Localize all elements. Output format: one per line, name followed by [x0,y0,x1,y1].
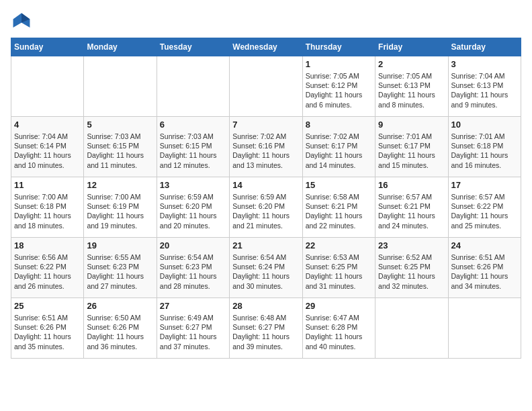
calendar-cell: 29Sunrise: 6:47 AM Sunset: 6:28 PM Dayli… [302,298,375,359]
calendar-cell: 28Sunrise: 6:48 AM Sunset: 6:27 PM Dayli… [230,298,302,359]
day-number: 16 [378,180,445,190]
day-info: Sunrise: 6:58 AM Sunset: 6:21 PM Dayligh… [306,192,372,230]
day-number: 20 [160,240,226,250]
day-number: 29 [306,301,372,311]
day-number: 6 [160,120,226,130]
day-number: 5 [87,120,153,130]
calendar-cell: 18Sunrise: 6:56 AM Sunset: 6:22 PM Dayli… [11,238,84,298]
day-number: 2 [378,59,445,69]
calendar-cell [375,298,448,359]
day-number: 3 [451,59,518,69]
day-info: Sunrise: 6:54 AM Sunset: 6:23 PM Dayligh… [160,253,226,291]
calendar-cell: 5Sunrise: 7:03 AM Sunset: 6:15 PM Daylig… [84,117,157,177]
calendar-cell: 21Sunrise: 6:54 AM Sunset: 6:24 PM Dayli… [230,238,302,298]
page-header [11,11,521,32]
day-info: Sunrise: 6:55 AM Sunset: 6:23 PM Dayligh… [87,253,153,291]
calendar-header-row: SundayMondayTuesdayWednesdayThursdayFrid… [11,38,521,56]
day-number: 27 [160,301,226,311]
column-header-thursday: Thursday [302,38,375,56]
column-header-sunday: Sunday [11,38,84,56]
day-info: Sunrise: 6:53 AM Sunset: 6:25 PM Dayligh… [306,253,372,291]
calendar-cell: 10Sunrise: 7:01 AM Sunset: 6:18 PM Dayli… [448,117,521,177]
day-info: Sunrise: 6:59 AM Sunset: 6:20 PM Dayligh… [160,192,226,230]
day-info: Sunrise: 7:04 AM Sunset: 6:14 PM Dayligh… [14,132,81,170]
day-info: Sunrise: 7:00 AM Sunset: 6:19 PM Dayligh… [87,192,153,230]
day-number: 19 [87,240,153,250]
day-number: 10 [451,120,518,130]
calendar-cell: 14Sunrise: 6:59 AM Sunset: 6:20 PM Dayli… [230,177,302,238]
day-info: Sunrise: 6:57 AM Sunset: 6:22 PM Dayligh… [451,192,518,230]
day-info: Sunrise: 7:03 AM Sunset: 6:15 PM Dayligh… [87,132,153,170]
calendar-cell: 3Sunrise: 7:04 AM Sunset: 6:13 PM Daylig… [448,56,521,117]
calendar-cell: 26Sunrise: 6:50 AM Sunset: 6:26 PM Dayli… [84,298,157,359]
calendar-cell: 24Sunrise: 6:51 AM Sunset: 6:26 PM Dayli… [448,238,521,298]
day-number: 23 [378,240,445,250]
day-info: Sunrise: 7:05 AM Sunset: 6:12 PM Dayligh… [306,71,372,109]
day-number: 11 [14,180,81,190]
calendar-cell: 20Sunrise: 6:54 AM Sunset: 6:23 PM Dayli… [157,238,229,298]
calendar-cell [84,56,157,117]
day-number: 15 [306,180,372,190]
calendar-cell: 9Sunrise: 7:01 AM Sunset: 6:17 PM Daylig… [375,117,448,177]
day-info: Sunrise: 6:52 AM Sunset: 6:25 PM Dayligh… [378,253,445,291]
day-info: Sunrise: 6:48 AM Sunset: 6:27 PM Dayligh… [232,313,299,351]
calendar-cell: 2Sunrise: 7:05 AM Sunset: 6:13 PM Daylig… [375,56,448,117]
calendar-body: 1Sunrise: 7:05 AM Sunset: 6:12 PM Daylig… [11,56,521,359]
calendar-cell: 8Sunrise: 7:02 AM Sunset: 6:17 PM Daylig… [302,117,375,177]
calendar-week-row: 18Sunrise: 6:56 AM Sunset: 6:22 PM Dayli… [11,238,521,298]
day-info: Sunrise: 7:01 AM Sunset: 6:18 PM Dayligh… [451,132,518,170]
calendar-cell [11,56,84,117]
day-info: Sunrise: 6:51 AM Sunset: 6:26 PM Dayligh… [14,313,81,351]
calendar-cell: 16Sunrise: 6:57 AM Sunset: 6:21 PM Dayli… [375,177,448,238]
calendar-cell: 4Sunrise: 7:04 AM Sunset: 6:14 PM Daylig… [11,117,84,177]
day-number: 21 [232,240,299,250]
calendar-week-row: 11Sunrise: 7:00 AM Sunset: 6:18 PM Dayli… [11,177,521,238]
calendar-week-row: 1Sunrise: 7:05 AM Sunset: 6:12 PM Daylig… [11,56,521,117]
day-number: 18 [14,240,81,250]
day-number: 22 [306,240,372,250]
day-number: 28 [232,301,299,311]
day-number: 8 [306,120,372,130]
calendar-table: SundayMondayTuesdayWednesdayThursdayFrid… [11,38,521,359]
day-info: Sunrise: 7:00 AM Sunset: 6:18 PM Dayligh… [14,192,81,230]
calendar-cell: 13Sunrise: 6:59 AM Sunset: 6:20 PM Dayli… [157,177,229,238]
day-info: Sunrise: 6:54 AM Sunset: 6:24 PM Dayligh… [232,253,299,291]
calendar-cell: 19Sunrise: 6:55 AM Sunset: 6:23 PM Dayli… [84,238,157,298]
day-info: Sunrise: 6:51 AM Sunset: 6:26 PM Dayligh… [451,253,518,291]
calendar-cell [448,298,521,359]
calendar-week-row: 25Sunrise: 6:51 AM Sunset: 6:26 PM Dayli… [11,298,521,359]
day-info: Sunrise: 6:50 AM Sunset: 6:26 PM Dayligh… [87,313,153,351]
day-number: 7 [232,120,299,130]
column-header-friday: Friday [375,38,448,56]
day-number: 17 [451,180,518,190]
calendar-cell: 15Sunrise: 6:58 AM Sunset: 6:21 PM Dayli… [302,177,375,238]
calendar-cell [157,56,229,117]
day-info: Sunrise: 7:04 AM Sunset: 6:13 PM Dayligh… [451,71,518,109]
day-number: 14 [232,180,299,190]
column-header-monday: Monday [84,38,157,56]
logo [11,11,36,32]
calendar-cell: 6Sunrise: 7:03 AM Sunset: 6:15 PM Daylig… [157,117,229,177]
calendar-week-row: 4Sunrise: 7:04 AM Sunset: 6:14 PM Daylig… [11,117,521,177]
calendar-cell: 22Sunrise: 6:53 AM Sunset: 6:25 PM Dayli… [302,238,375,298]
logo-icon [11,11,32,32]
day-info: Sunrise: 7:01 AM Sunset: 6:17 PM Dayligh… [378,132,445,170]
calendar-cell [230,56,302,117]
day-number: 9 [378,120,445,130]
day-number: 13 [160,180,226,190]
day-number: 4 [14,120,81,130]
day-number: 1 [306,59,372,69]
day-number: 24 [451,240,518,250]
day-info: Sunrise: 6:57 AM Sunset: 6:21 PM Dayligh… [378,192,445,230]
column-header-tuesday: Tuesday [157,38,229,56]
day-info: Sunrise: 6:56 AM Sunset: 6:22 PM Dayligh… [14,253,81,291]
column-header-saturday: Saturday [448,38,521,56]
day-info: Sunrise: 7:02 AM Sunset: 6:17 PM Dayligh… [306,132,372,170]
day-info: Sunrise: 6:59 AM Sunset: 6:20 PM Dayligh… [232,192,299,230]
day-info: Sunrise: 6:49 AM Sunset: 6:27 PM Dayligh… [160,313,226,351]
calendar-cell: 27Sunrise: 6:49 AM Sunset: 6:27 PM Dayli… [157,298,229,359]
day-info: Sunrise: 7:03 AM Sunset: 6:15 PM Dayligh… [160,132,226,170]
column-header-wednesday: Wednesday [230,38,302,56]
calendar-cell: 11Sunrise: 7:00 AM Sunset: 6:18 PM Dayli… [11,177,84,238]
calendar-cell: 17Sunrise: 6:57 AM Sunset: 6:22 PM Dayli… [448,177,521,238]
